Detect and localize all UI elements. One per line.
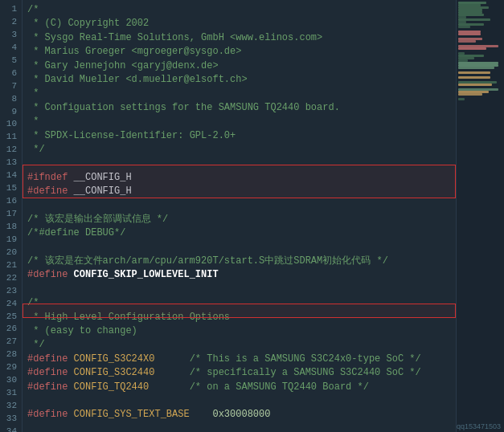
line-number-25: 25: [3, 311, 17, 324]
line-number-18: 18: [3, 221, 17, 234]
line-number-16: 16: [3, 195, 17, 208]
code-wrapper: /* * (C) Copyright 2002 * Sysgo Real-Tim…: [23, 0, 456, 432]
code-line-1: /*: [27, 3, 453, 17]
code-line-8: * Configuation settings for the SAMSUNG …: [27, 101, 453, 115]
line-number-1: 1: [3, 3, 17, 16]
mini-line-27: [458, 67, 494, 69]
line-number-34: 34: [3, 426, 17, 432]
code-line-5: * Gary Jennejohn <garyj@denx.de>: [27, 59, 453, 73]
code-line-29: [27, 394, 453, 408]
line-number-20: 20: [3, 247, 17, 259]
line-number-26: 26: [3, 323, 17, 336]
code-line-20: #define CONFIG_SKIP_LOWLEVEL_INIT: [27, 268, 453, 282]
code-line-31: [27, 422, 453, 432]
editor-area: 1234567891011121314151617181920212223242…: [0, 0, 456, 432]
line-number-12: 12: [3, 144, 17, 157]
line-number-33: 33: [3, 413, 17, 426]
code-content[interactable]: /* * (C) Copyright 2002 * Sysgo Real-Tim…: [23, 0, 456, 432]
line-number-30: 30: [3, 374, 17, 387]
line-number-21: 21: [3, 259, 17, 272]
code-line-15: [27, 198, 453, 212]
line-number-32: 32: [3, 400, 17, 413]
mini-line-19: [458, 47, 486, 50]
line-number-22: 22: [3, 272, 17, 285]
code-line-6: * David Mueller <d.mueller@elsoft.ch>: [27, 73, 453, 87]
line-number-17: 17: [3, 208, 17, 221]
right-panel: https://blog.csdn.net/qq153471503: [456, 0, 504, 432]
code-line-26: #define CONFIG_S3C24X0 /* This is a SAMS…: [27, 353, 453, 366]
line-numbers: 1234567891011121314151617181920212223242…: [0, 0, 23, 432]
line-number-29: 29: [3, 361, 17, 374]
highlight-box-2: [23, 304, 456, 318]
line-number-28: 28: [3, 348, 17, 361]
line-number-13: 13: [3, 157, 17, 169]
line-number-23: 23: [3, 285, 17, 298]
code-line-24: * (easy to change): [27, 324, 453, 338]
code-line-3: * Sysgo Real-Time Solutions, GmbH <www.e…: [27, 31, 453, 45]
line-number-6: 6: [3, 67, 17, 80]
highlight-box-1: [23, 165, 456, 198]
line-number-19: 19: [3, 234, 17, 247]
watermark: https://blog.csdn.net/qq153471503: [457, 422, 501, 430]
line-number-4: 4: [3, 42, 17, 55]
code-line-25: */: [27, 338, 453, 352]
code-line-10: * SPDX-License-Identifier: GPL-2.0+: [27, 129, 453, 143]
minimap-content: [457, 0, 504, 102]
code-line-27: #define CONFIG_S3C2440 /* specifically a…: [27, 366, 453, 380]
code-line-7: *: [27, 87, 453, 100]
mini-line-40: [458, 98, 465, 100]
minimap[interactable]: https://blog.csdn.net/qq153471503: [457, 0, 504, 432]
code-line-9: *: [27, 115, 453, 128]
line-number-9: 9: [3, 106, 17, 119]
code-line-19: /* 该宏是在文件arch/arm/cpu/arm920T/start.S中跳过…: [27, 255, 453, 268]
mini-line-13: [458, 33, 481, 35]
line-number-14: 14: [3, 169, 17, 182]
code-line-16: /* 该宏是输出全部调试信息 */: [27, 213, 453, 226]
mini-line-38: [458, 93, 482, 96]
code-line-30: #define CONFIG_SYS_TEXT_BASE 0x30008000: [27, 408, 453, 422]
line-number-15: 15: [3, 182, 17, 195]
code-line-11: */: [27, 143, 453, 157]
code-line-18: [27, 241, 453, 255]
line-number-10: 10: [3, 118, 17, 131]
line-number-2: 2: [3, 16, 17, 29]
code-line-17: /*#define DEBUG*/: [27, 226, 453, 240]
code-line-4: * Marius Groeger <mgroeger@sysgo.de>: [27, 45, 453, 59]
line-number-5: 5: [3, 55, 17, 67]
line-number-7: 7: [3, 80, 17, 93]
line-number-24: 24: [3, 298, 17, 311]
mini-line-10: [458, 26, 470, 28]
mini-line-29: [458, 71, 490, 74]
code-line-21: [27, 283, 453, 296]
line-number-8: 8: [3, 93, 17, 106]
mini-line-16: [458, 40, 476, 43]
line-number-27: 27: [3, 336, 17, 348]
mini-line-31: [458, 76, 490, 79]
code-container: 1234567891011121314151617181920212223242…: [0, 0, 456, 432]
line-number-31: 31: [3, 387, 17, 400]
mini-line-34: [458, 84, 492, 86]
code-line-2: * (C) Copyright 2002: [27, 17, 453, 31]
line-number-11: 11: [3, 131, 17, 144]
code-line-28: #define CONFIG_TQ2440 /* on a SAMSUNG TQ…: [27, 381, 453, 394]
line-number-3: 3: [3, 29, 17, 42]
